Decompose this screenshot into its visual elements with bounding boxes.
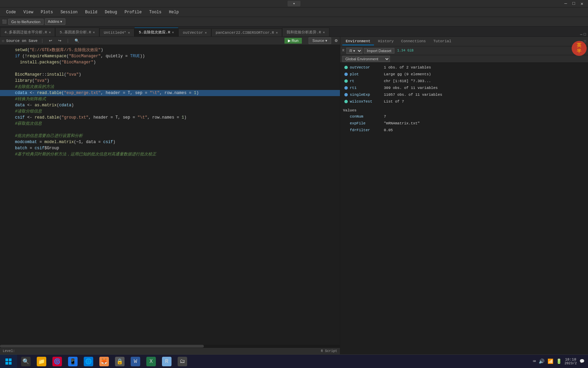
env-name-expfile: expFile bbox=[350, 120, 384, 126]
code-area[interactable]: setwd("E://GTEx数据库//5.去除批次效应") if (!requ… bbox=[0, 45, 340, 348]
tab-close-icon[interactable]: ✕ bbox=[49, 30, 51, 34]
env-name-fdrfilter: fdrFilter bbox=[350, 127, 384, 133]
menu-plots[interactable]: Plots bbox=[37, 9, 56, 16]
app-4-icon: 🔒 bbox=[115, 357, 125, 366]
menu-debug[interactable]: Debug bbox=[101, 9, 120, 16]
env-indent bbox=[344, 120, 350, 126]
env-name-rt1: rt1 bbox=[350, 85, 384, 91]
r-version-select[interactable]: R ▾ bbox=[346, 48, 362, 54]
clock[interactable]: 18:18 2023/2 bbox=[565, 357, 577, 365]
tab-close-icon[interactable]: ✕ bbox=[323, 30, 325, 34]
taskbar-file-manager[interactable]: 📁 bbox=[34, 355, 49, 368]
svg-rect-1 bbox=[9, 358, 12, 361]
tab-label: 5.基因差异分析.R bbox=[60, 30, 91, 35]
env-dot-singleexp bbox=[344, 93, 348, 96]
taskbar-rstudio[interactable]: R bbox=[159, 355, 174, 368]
go-to-file-button[interactable]: Go to file/function bbox=[8, 19, 44, 25]
editor-panel: ☐ Source on Save | ↩ ↪ | 🔍 ▶ Run Source … bbox=[0, 37, 340, 354]
taskbar-app-2[interactable]: 🌀 bbox=[50, 355, 65, 368]
tab-minimize-icon[interactable]: — bbox=[580, 32, 583, 36]
taskbar-firefox[interactable]: 🦊 bbox=[97, 355, 112, 368]
tab-maximize-icon[interactable]: □ bbox=[584, 32, 586, 36]
tab-outvector[interactable]: outVector ✕ bbox=[178, 29, 211, 36]
environment-tabs: Environment History Connections Tutorial… bbox=[340, 37, 588, 46]
horizontal-scrollbar[interactable] bbox=[0, 345, 340, 348]
env-tab-environment[interactable]: Environment bbox=[342, 38, 374, 45]
toolbar-divider-1: | bbox=[41, 39, 43, 43]
env-tab-history[interactable]: History bbox=[375, 38, 397, 45]
notification-icon[interactable]: 💬 bbox=[579, 359, 585, 364]
editor-status-bar: Level: R Script bbox=[0, 348, 340, 354]
menu-session[interactable]: Session bbox=[57, 9, 81, 16]
run-button[interactable]: ▶ Run bbox=[284, 38, 302, 44]
windows-logo-icon bbox=[5, 358, 12, 365]
env-value-fdrfilter: fdrFilter 0.05 bbox=[342, 127, 587, 134]
chinese-input-avatar[interactable]: 英半 bbox=[572, 41, 587, 56]
tab-pancancer[interactable]: panCancer22.CIBERSORTcor.R ✕ bbox=[211, 29, 282, 36]
source-button[interactable]: Source ▾ bbox=[309, 37, 331, 44]
env-value-rt1: 309 obs. of 11 variables bbox=[384, 85, 438, 91]
menu-view[interactable]: View bbox=[20, 9, 37, 16]
menu-build[interactable]: Build bbox=[82, 9, 101, 16]
taskbar-search[interactable]: 🔍 bbox=[18, 355, 33, 368]
scrollbar-thumb[interactable] bbox=[0, 345, 204, 348]
menu-tools[interactable]: Tools bbox=[146, 9, 165, 16]
code-line: #获取批次信息 bbox=[0, 121, 340, 127]
env-tab-tutorial[interactable]: Tutorial bbox=[430, 38, 455, 45]
close-button[interactable]: ✕ bbox=[578, 1, 585, 6]
tab-label: Untitled4* bbox=[104, 31, 126, 35]
taskbar-excel[interactable]: X bbox=[144, 355, 159, 368]
app-3-icon: 📱 bbox=[68, 357, 78, 366]
menu-profile[interactable]: Profile bbox=[121, 9, 145, 16]
editor-more-button[interactable]: ⚙ bbox=[334, 39, 338, 43]
titlebar-dropdown[interactable]: ▾ bbox=[288, 1, 301, 6]
minimize-button[interactable]: — bbox=[562, 1, 569, 6]
env-variable-wilcoxtest: wilcoxTest List of 7 bbox=[342, 98, 587, 105]
undo-button[interactable]: ↩ bbox=[47, 38, 54, 44]
search-icon: 🔍 bbox=[21, 357, 31, 366]
source-checkbox[interactable]: ☐ bbox=[2, 39, 4, 43]
env-value-connum: conNum 7 bbox=[342, 113, 587, 120]
env-value-wilcoxtest: List of 7 bbox=[384, 98, 404, 105]
global-env-select[interactable]: Global Environment bbox=[342, 56, 390, 62]
tab-close-icon[interactable]: ✕ bbox=[93, 30, 95, 34]
main-area: ☐ Source on Save | ↩ ↪ | 🔍 ▶ Run Source … bbox=[0, 37, 588, 354]
tab-batch-effect[interactable]: 5.去除批次效应.R ✕ bbox=[134, 28, 178, 36]
environment-toolbar: R R ▾ Import Dataset 1.34 GiB 🔍 ⟳ bbox=[340, 46, 588, 55]
date-display: 2023/2 bbox=[565, 362, 577, 365]
menu-code[interactable]: Code bbox=[3, 9, 19, 16]
taskbar-app-3[interactable]: 📱 bbox=[65, 355, 80, 368]
titlebar-controls: — □ ✕ bbox=[562, 1, 585, 6]
env-dot-rt1 bbox=[344, 86, 348, 90]
svg-rect-0 bbox=[5, 358, 8, 361]
toolbar: ⬛ Go to file/function Addins ▾ bbox=[0, 17, 588, 27]
taskbar-app-4[interactable]: 🔒 bbox=[112, 355, 127, 368]
code-line bbox=[0, 65, 340, 72]
svg-rect-3 bbox=[9, 362, 12, 365]
system-tray-icons[interactable]: ⌨ 🔊 📶 🔋 bbox=[533, 358, 562, 364]
maximize-button[interactable]: □ bbox=[570, 1, 577, 6]
search-button[interactable]: 🔍 bbox=[72, 38, 81, 44]
tab-close-icon[interactable]: ✕ bbox=[205, 31, 207, 35]
tab-gene-diff[interactable]: 5.基因差异分析.R ✕ bbox=[55, 28, 99, 36]
tab-multi-gene[interactable]: 4.多基因迁徙水平分析.R ✕ bbox=[0, 28, 55, 36]
env-value-fdrfilter-val: 0.05 bbox=[384, 127, 393, 133]
env-indent bbox=[344, 127, 350, 133]
import-dataset-button[interactable]: Import Dataset bbox=[364, 48, 394, 53]
env-tab-connections[interactable]: Connections bbox=[398, 38, 429, 45]
tab-untitled4[interactable]: Untitled4* ✕ bbox=[99, 29, 134, 36]
addins-button[interactable]: Addins ▾ bbox=[45, 18, 66, 25]
tab-close-icon[interactable]: ✕ bbox=[172, 30, 174, 34]
tab-close-icon[interactable]: ✕ bbox=[128, 31, 130, 35]
taskbar-explorer[interactable]: 🗂 bbox=[175, 355, 190, 368]
tabbar: 4.多基因迁徙水平分析.R ✕ 5.基因差异分析.R ✕ Untitled4* … bbox=[0, 27, 588, 37]
tab-close-icon[interactable]: ✕ bbox=[276, 31, 278, 35]
taskbar-edge[interactable]: 🌐 bbox=[81, 355, 96, 368]
redo-button[interactable]: ↪ bbox=[56, 38, 63, 44]
env-indent bbox=[344, 113, 350, 120]
taskbar-word[interactable]: W bbox=[128, 355, 143, 368]
tab-batch-analysis[interactable]: 我和批验分析差异.R ✕ bbox=[282, 28, 329, 36]
menu-help[interactable]: Help bbox=[166, 9, 182, 16]
excel-icon: X bbox=[146, 357, 156, 366]
start-button[interactable] bbox=[0, 355, 17, 368]
